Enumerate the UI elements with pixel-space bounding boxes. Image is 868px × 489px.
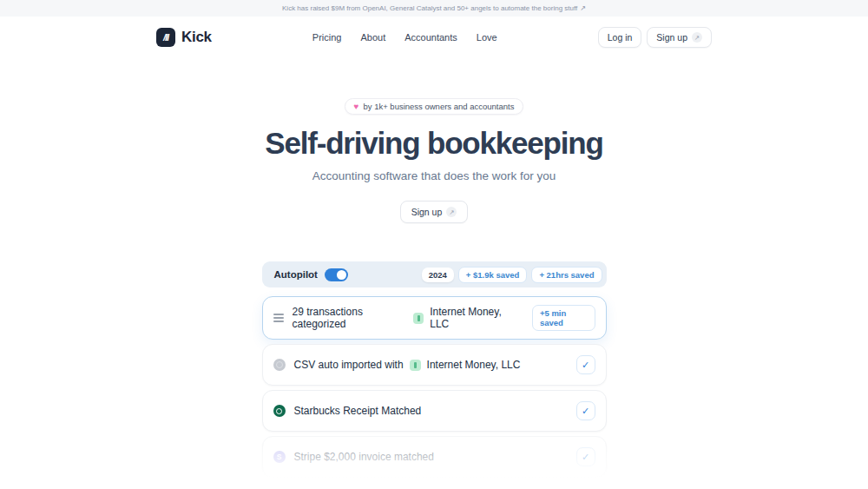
main-nav: Pricing About Accountants Love (303, 32, 507, 43)
arrow-up-right-icon: ↗ (446, 207, 457, 217)
matched-check-button[interactable]: ✓ (576, 355, 595, 374)
company-name: Internet Money, LLC (427, 359, 521, 371)
page-subtitle: Accounting software that does the work f… (0, 169, 868, 182)
autopilot-demo-panel: Autopilot 2024 + $1.9k saved + 21hrs sav… (262, 261, 607, 478)
hero-section: ♥ by 1k+ business owners and accountants… (0, 97, 868, 223)
transaction-row-categorized: 29 transactions categorized Internet Mon… (262, 296, 607, 340)
autopilot-label: Autopilot (274, 269, 318, 280)
login-button[interactable]: Log in (598, 27, 642, 48)
external-link-icon: ↗ (580, 4, 586, 12)
row-text: Starbucks Receipt Matched (294, 405, 422, 417)
brand-name: Kick (181, 29, 212, 46)
signup-button-label: Sign up (656, 32, 687, 43)
autopilot-toggle[interactable] (325, 268, 348, 281)
brand-logo[interactable]: /II Kick (156, 28, 212, 47)
nav-pricing[interactable]: Pricing (312, 32, 342, 43)
transaction-row-stripe: S Stripe $2,000 invoice matched ✓ (262, 436, 607, 478)
heart-icon: ♥ (354, 102, 359, 111)
signup-button[interactable]: Sign up ↗ (647, 27, 712, 48)
transaction-row-starbucks: Starbucks Receipt Matched ✓ (262, 390, 607, 432)
announcement-text: Kick has raised $9M from OpenAI, General… (282, 4, 577, 12)
nav-love[interactable]: Love (477, 32, 497, 43)
autopilot-bar: Autopilot 2024 + $1.9k saved + 21hrs sav… (262, 261, 607, 287)
social-proof-badge: ♥ by 1k+ business owners and accountants (345, 98, 524, 115)
kick-logo-icon: /II (156, 28, 175, 47)
nav-accountants[interactable]: Accountants (404, 32, 457, 43)
row-time-saved-badge: +5 min saved (532, 305, 595, 331)
hero-signup-button[interactable]: Sign up ↗ (400, 201, 469, 223)
starbucks-logo-icon (273, 405, 286, 417)
matched-check-button[interactable]: ✓ (576, 447, 595, 466)
row-text: Stripe $2,000 invoice matched (294, 451, 434, 463)
matched-check-button[interactable]: ✓ (576, 401, 595, 420)
globe-icon (273, 359, 286, 371)
arrow-up-right-icon: ↗ (692, 32, 702, 43)
time-saved-badge: + 21hrs saved (531, 267, 602, 283)
transactions-list-icon (273, 314, 284, 322)
site-header: /II Kick Pricing About Accountants Love … (0, 17, 868, 58)
hero-signup-label: Sign up (411, 207, 443, 217)
announcement-banner[interactable]: Kick has raised $9M from OpenAI, General… (0, 0, 868, 17)
internet-money-logo-icon (410, 360, 421, 371)
company-name: Internet Money, LLC (430, 306, 515, 330)
year-badge: 2024 (422, 268, 454, 282)
money-saved-badge: + $1.9k saved (458, 267, 528, 283)
transaction-row-csv-import: CSV auto imported with Internet Money, L… (262, 344, 607, 386)
toggle-knob (337, 270, 346, 280)
row-text: 29 transactions categorized (293, 306, 408, 330)
row-text: CSV auto imported with (294, 359, 404, 371)
stripe-logo-icon: S (273, 451, 286, 463)
nav-about[interactable]: About (360, 32, 385, 43)
social-proof-text: by 1k+ business owners and accountants (363, 102, 514, 111)
internet-money-logo-icon (413, 313, 424, 324)
page-title: Self-driving bookkeeping (0, 126, 868, 161)
